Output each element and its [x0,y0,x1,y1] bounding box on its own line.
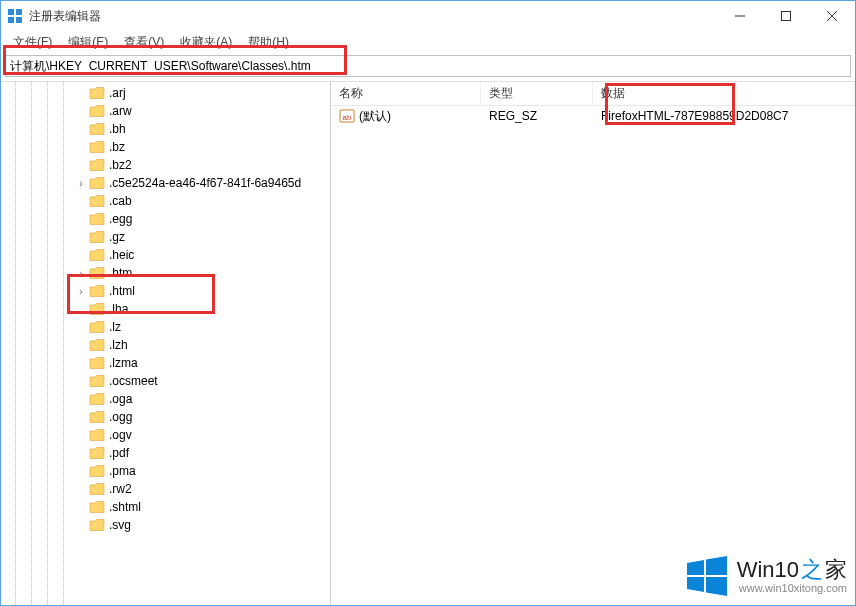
tree-item-label: .heic [109,248,134,262]
tree-item-label: .cab [109,194,132,208]
tree-item[interactable]: .arw [1,102,330,120]
chevron-right-icon[interactable]: › [75,268,87,279]
svg-rect-0 [8,9,14,15]
chevron-right-icon[interactable]: › [75,178,87,189]
watermark: Win10 之 家 www.win10xitong.com [683,553,847,599]
tree-item[interactable]: .svg [1,516,330,534]
menu-edit[interactable]: 编辑(E) [62,32,114,53]
tree-item[interactable]: .egg [1,210,330,228]
folder-icon [89,410,105,424]
tree-item-label: .egg [109,212,132,226]
svg-marker-12 [687,577,704,592]
tree-item-label: .c5e2524a-ea46-4f67-841f-6a9465d [109,176,301,190]
menu-bar: 文件(F) 编辑(E) 查看(V) 收藏夹(A) 帮助(H) [1,31,855,53]
menu-file[interactable]: 文件(F) [7,32,58,53]
tree-item[interactable]: .ogg [1,408,330,426]
folder-icon [89,374,105,388]
window-controls [717,1,855,31]
tree-item[interactable]: ›.htm [1,264,330,282]
tree-item[interactable]: .lzh [1,336,330,354]
menu-favorites[interactable]: 收藏夹(A) [174,32,238,53]
menu-help[interactable]: 帮助(H) [242,32,295,53]
folder-icon [89,212,105,226]
svg-marker-10 [687,560,704,575]
svg-text:ab: ab [343,113,352,122]
tree-item[interactable]: .pdf [1,444,330,462]
chevron-right-icon[interactable]: › [75,286,87,297]
tree-item[interactable]: .lz [1,318,330,336]
tree-item[interactable]: .shtml [1,498,330,516]
column-data[interactable]: 数据 [593,82,855,105]
folder-icon [89,392,105,406]
tree-item[interactable]: ›.c5e2524a-ea46-4f67-841f-6a9465d [1,174,330,192]
tree-pane[interactable]: .arj.arw.bh.bz.bz2›.c5e2524a-ea46-4f67-8… [1,82,331,605]
tree-item[interactable]: .lha [1,300,330,318]
value-name-cell: ab (默认) [331,108,481,125]
value-data: FirefoxHTML-787E98859D2D08C7 [593,109,855,123]
tree-item[interactable]: .heic [1,246,330,264]
folder-icon [89,356,105,370]
tree-item-label: .lha [109,302,128,316]
folder-icon [89,248,105,262]
folder-icon [89,428,105,442]
svg-marker-11 [706,556,727,575]
folder-icon [89,230,105,244]
app-icon [7,8,23,24]
tree-item[interactable]: .oga [1,390,330,408]
address-input[interactable] [10,59,846,73]
tree-item-label: .lzh [109,338,128,352]
tree-item[interactable]: .ocsmeet [1,372,330,390]
folder-icon [89,338,105,352]
windows-logo-icon [683,553,729,599]
registry-tree[interactable]: .arj.arw.bh.bz.bz2›.c5e2524a-ea46-4f67-8… [1,82,330,536]
svg-marker-13 [706,577,727,596]
maximize-button[interactable] [763,1,809,31]
svg-rect-1 [16,9,22,15]
tree-item-label: .lzma [109,356,138,370]
tree-item[interactable]: .arj [1,84,330,102]
tree-item[interactable]: .lzma [1,354,330,372]
folder-icon [89,284,105,298]
tree-item-label: .bh [109,122,126,136]
tree-item[interactable]: .bh [1,120,330,138]
close-button[interactable] [809,1,855,31]
tree-item-label: .bz2 [109,158,132,172]
tree-item-label: .pma [109,464,136,478]
value-type: REG_SZ [481,109,593,123]
tree-item-label: .ogg [109,410,132,424]
tree-item-label: .oga [109,392,132,406]
tree-item[interactable]: .bz [1,138,330,156]
tree-item-label: .arj [109,86,126,100]
svg-rect-3 [16,17,22,23]
tree-item-label: .ocsmeet [109,374,158,388]
string-value-icon: ab [339,108,355,124]
folder-icon [89,86,105,100]
tree-item[interactable]: .ogv [1,426,330,444]
menu-view[interactable]: 查看(V) [118,32,170,53]
title-bar: 注册表编辑器 [1,1,855,31]
tree-item[interactable]: ›.html [1,282,330,300]
tree-item-label: .svg [109,518,131,532]
tree-item[interactable]: .bz2 [1,156,330,174]
column-name[interactable]: 名称 [331,82,481,105]
minimize-button[interactable] [717,1,763,31]
folder-icon [89,140,105,154]
column-type[interactable]: 类型 [481,82,593,105]
tree-item-label: .ogv [109,428,132,442]
tree-item[interactable]: .gz [1,228,330,246]
tree-item[interactable]: .rw2 [1,480,330,498]
watermark-text: Win10 之 家 www.win10xitong.com [737,558,847,594]
folder-icon [89,194,105,208]
folder-icon [89,122,105,136]
watermark-brand-b: 之 [801,558,823,582]
list-pane[interactable]: 名称 类型 数据 ab (默认) REG_SZ FirefoxHTML-787E… [331,82,855,605]
tree-item[interactable]: .pma [1,462,330,480]
list-row[interactable]: ab (默认) REG_SZ FirefoxHTML-787E98859D2D0… [331,106,855,126]
folder-icon [89,158,105,172]
tree-item-label: .pdf [109,446,129,460]
address-bar[interactable] [5,55,851,77]
tree-item-label: .htm [109,266,132,280]
tree-item-label: .rw2 [109,482,132,496]
tree-item[interactable]: .cab [1,192,330,210]
tree-item-label: .shtml [109,500,141,514]
